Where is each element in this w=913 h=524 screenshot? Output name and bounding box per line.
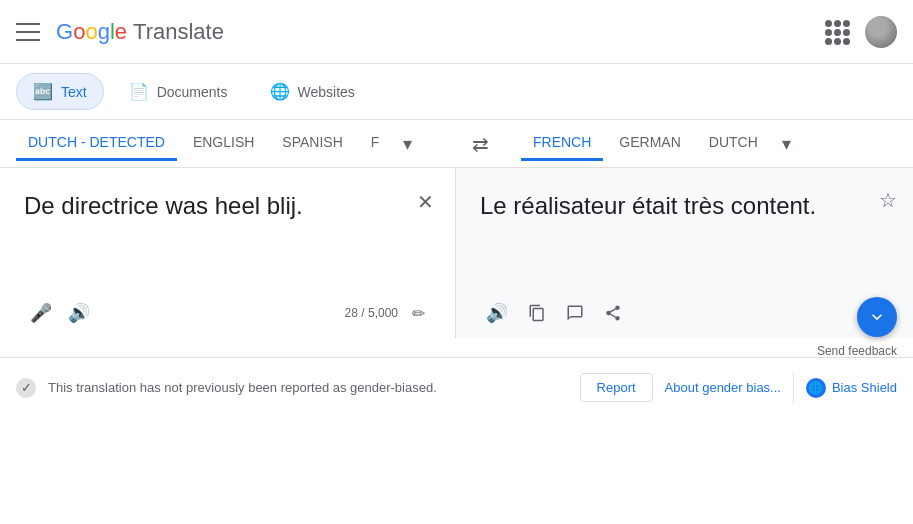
tab-documents-label: Documents: [157, 84, 228, 100]
clear-button[interactable]: ✕: [411, 188, 439, 216]
source-lang-more-button[interactable]: ▾: [395, 129, 420, 159]
char-count-area: 28 / 5,000 ✏: [345, 298, 431, 329]
avatar[interactable]: [865, 16, 897, 48]
bias-bar: ✓ This translation has not previously be…: [0, 357, 913, 417]
translate-label: Translate: [133, 19, 224, 45]
source-text-input[interactable]: [24, 192, 431, 288]
source-lang-bar: DUTCH - DETECTED ENGLISH SPANISH F ▾: [0, 126, 456, 161]
websites-tab-icon: 🌐: [270, 82, 290, 101]
target-lang-dutch[interactable]: DUTCH: [697, 126, 770, 161]
tab-text-label: Text: [61, 84, 87, 100]
microphone-button[interactable]: 🎤: [24, 296, 58, 330]
tab-websites[interactable]: 🌐 Websites: [253, 73, 372, 110]
target-lang-german[interactable]: GERMAN: [607, 126, 692, 161]
output-panel: Le réalisateur était très content. ☆ 🔊: [456, 168, 913, 338]
star-button[interactable]: ☆: [879, 188, 897, 212]
logo: Google Translate: [56, 19, 825, 45]
source-lang-english[interactable]: ENGLISH: [181, 126, 266, 161]
feedback-translation-button[interactable]: [560, 298, 590, 328]
lower-section: D DeBiasByUs ⚙ Fairslator ✓ This transla…: [0, 365, 913, 417]
target-lang-french[interactable]: FRENCH: [521, 126, 603, 161]
report-button[interactable]: Report: [580, 373, 653, 402]
about-gender-bias-link[interactable]: About gender bias...: [665, 380, 781, 395]
listen-translation-button[interactable]: 🔊: [480, 296, 514, 330]
char-count: 28 / 5,000: [345, 306, 398, 320]
input-actions: 🎤 🔊: [24, 296, 96, 330]
shield-globe-icon: 🌐: [806, 378, 826, 398]
bias-shield-button[interactable]: 🌐 Bias Shield: [806, 378, 897, 398]
text-tab-icon: 🔤: [33, 82, 53, 101]
target-lang-bar: FRENCH GERMAN DUTCH ▾: [505, 126, 913, 161]
tab-text[interactable]: 🔤 Text: [16, 73, 104, 110]
output-footer: 🔊: [480, 288, 889, 330]
tab-websites-label: Websites: [298, 84, 355, 100]
mode-tabs: 🔤 Text 📄 Documents 🌐 Websites: [0, 64, 913, 120]
language-bar: DUTCH - DETECTED ENGLISH SPANISH F ▾ ⇄ F…: [0, 120, 913, 168]
translation-area: ✕ 🎤 🔊 28 / 5,000 ✏ Le réalisateur était …: [0, 168, 913, 338]
tab-documents[interactable]: 📄 Documents: [112, 73, 245, 110]
source-lang-spanish[interactable]: SPANISH: [270, 126, 354, 161]
source-lang-f[interactable]: F: [359, 126, 392, 161]
header: Google Translate: [0, 0, 913, 64]
swap-languages-button[interactable]: ⇄: [464, 128, 497, 160]
source-lang-dutch[interactable]: DUTCH - DETECTED: [16, 126, 177, 161]
send-feedback-link[interactable]: Send feedback: [817, 344, 897, 358]
header-right: [825, 16, 897, 48]
bias-shield-label: Bias Shield: [832, 380, 897, 395]
documents-tab-icon: 📄: [129, 82, 149, 101]
apps-icon[interactable]: [825, 20, 849, 44]
scroll-down-button[interactable]: [857, 297, 897, 337]
bias-check-icon: ✓: [16, 378, 36, 398]
divider: [793, 373, 794, 403]
copy-button[interactable]: [522, 298, 552, 328]
share-button[interactable]: [598, 298, 628, 328]
input-footer: 🎤 🔊 28 / 5,000 ✏: [24, 288, 431, 330]
translated-text: Le réalisateur était très content.: [480, 192, 889, 288]
target-lang-more-button[interactable]: ▾: [774, 129, 799, 159]
bias-message: This translation has not previously been…: [48, 380, 568, 395]
input-panel: ✕ 🎤 🔊 28 / 5,000 ✏: [0, 168, 456, 338]
menu-button[interactable]: [16, 20, 40, 44]
speaker-button[interactable]: 🔊: [62, 296, 96, 330]
edit-button[interactable]: ✏: [406, 298, 431, 329]
